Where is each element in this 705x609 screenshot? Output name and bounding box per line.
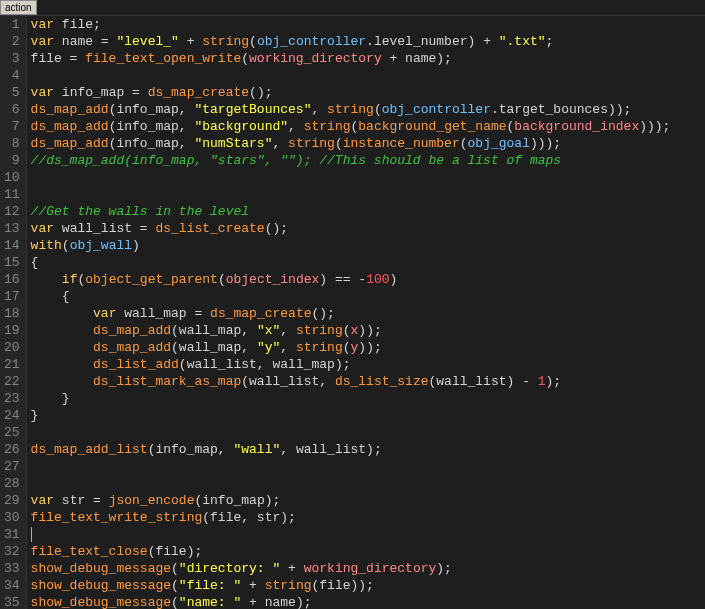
code-token: string xyxy=(265,578,312,593)
code-line[interactable]: ds_list_mark_as_map(wall_list, ds_list_s… xyxy=(31,373,701,390)
code-line[interactable]: var name = "level_" + string(obj_control… xyxy=(31,33,701,50)
line-number: 9 xyxy=(4,152,20,169)
code-line[interactable] xyxy=(31,424,701,441)
line-number: 7 xyxy=(4,118,20,135)
line-number: 3 xyxy=(4,50,20,67)
code-line[interactable]: var str = json_encode(info_map); xyxy=(31,492,701,509)
code-token: (file); xyxy=(148,544,203,559)
line-number: 26 xyxy=(4,441,20,458)
code-line[interactable]: file_text_write_string(file, str); xyxy=(31,509,701,526)
code-line[interactable]: var file; xyxy=(31,16,701,33)
code-line[interactable] xyxy=(31,169,701,186)
code-token: + xyxy=(179,34,202,49)
line-number: 1 xyxy=(4,16,20,33)
line-number: 10 xyxy=(4,169,20,186)
code-token: .target_bounces)); xyxy=(491,102,631,117)
code-token: ( xyxy=(218,272,226,287)
code-line[interactable]: show_debug_message("file: " + string(fil… xyxy=(31,577,701,594)
code-line[interactable]: var wall_list = ds_list_create(); xyxy=(31,220,701,237)
line-number: 2 xyxy=(4,33,20,50)
code-line[interactable]: { xyxy=(31,288,701,305)
code-area[interactable]: var file;var name = "level_" + string(ob… xyxy=(27,16,705,609)
line-number: 22 xyxy=(4,373,20,390)
code-line[interactable]: file_text_close(file); xyxy=(31,543,701,560)
code-line[interactable]: with(obj_wall) xyxy=(31,237,701,254)
code-token: "name: " xyxy=(179,595,241,609)
line-number: 27 xyxy=(4,458,20,475)
code-token xyxy=(31,340,93,355)
code-token: ( xyxy=(171,561,179,576)
code-editor[interactable]: 1234567891011121314151617181920212223242… xyxy=(0,15,705,609)
code-token: object_index xyxy=(226,272,320,287)
line-number: 17 xyxy=(4,288,20,305)
code-token: ; xyxy=(546,34,554,49)
line-number: 6 xyxy=(4,101,20,118)
code-line[interactable]: ds_list_add(wall_list, wall_map); xyxy=(31,356,701,373)
code-token: background_get_name xyxy=(358,119,506,134)
code-token: obj_goal xyxy=(468,136,530,151)
code-line[interactable]: ds_map_add(wall_map, "y", string(y)); xyxy=(31,339,701,356)
code-line[interactable]: if(object_get_parent(object_index) == -1… xyxy=(31,271,701,288)
code-line[interactable]: show_debug_message("directory: " + worki… xyxy=(31,560,701,577)
code-line[interactable] xyxy=(31,475,701,492)
code-line[interactable]: ds_map_add(wall_map, "x", string(x)); xyxy=(31,322,701,339)
code-token: ) == - xyxy=(319,272,366,287)
code-token: show_debug_message xyxy=(31,561,171,576)
code-token: show_debug_message xyxy=(31,578,171,593)
line-number: 20 xyxy=(4,339,20,356)
code-token: ( xyxy=(343,323,351,338)
code-token: obj_controller xyxy=(257,34,366,49)
line-number-gutter: 1234567891011121314151617181920212223242… xyxy=(0,16,27,609)
code-token: ))); xyxy=(639,119,670,134)
code-token: string xyxy=(296,323,343,338)
code-token: (wall_list, xyxy=(241,374,335,389)
code-line[interactable]: var info_map = ds_map_create(); xyxy=(31,84,701,101)
code-token: (wall_map, xyxy=(171,340,257,355)
code-token: name = xyxy=(62,34,117,49)
code-token: (info_map); xyxy=(194,493,280,508)
code-line[interactable]: } xyxy=(31,390,701,407)
line-number: 18 xyxy=(4,305,20,322)
code-token: ds_map_create xyxy=(210,306,311,321)
code-line[interactable]: file = file_text_open_write(working_dire… xyxy=(31,50,701,67)
code-token: string xyxy=(288,136,335,151)
code-token: ( xyxy=(374,102,382,117)
code-line[interactable]: show_debug_message("name: " + name); xyxy=(31,594,701,609)
text-caret xyxy=(31,527,32,542)
code-token xyxy=(31,323,93,338)
code-line[interactable]: ds_map_add(info_map, "targetBounces", st… xyxy=(31,101,701,118)
code-line[interactable]: //ds_map_add(info_map, "stars", ""); //T… xyxy=(31,152,701,169)
code-token: ".txt" xyxy=(499,34,546,49)
code-token: if xyxy=(62,272,78,287)
code-line[interactable] xyxy=(31,186,701,203)
code-token: ( xyxy=(335,136,343,151)
code-token: "directory: " xyxy=(179,561,280,576)
code-line[interactable]: ds_map_add(info_map, "background", strin… xyxy=(31,118,701,135)
line-number: 21 xyxy=(4,356,20,373)
code-token: , wall_list); xyxy=(280,442,381,457)
code-token: "numStars" xyxy=(194,136,272,151)
code-token: ( xyxy=(62,238,70,253)
code-line[interactable]: { xyxy=(31,254,701,271)
code-line[interactable]: ds_map_add_list(info_map, "wall", wall_l… xyxy=(31,441,701,458)
code-line[interactable] xyxy=(31,67,701,84)
code-token: "x" xyxy=(257,323,280,338)
code-line[interactable] xyxy=(31,458,701,475)
code-line[interactable]: } xyxy=(31,407,701,424)
code-token: , xyxy=(280,323,296,338)
code-line[interactable]: //Get the walls in the level xyxy=(31,203,701,220)
code-line[interactable] xyxy=(31,526,701,543)
code-line[interactable]: var wall_map = ds_map_create(); xyxy=(31,305,701,322)
code-token: ds_map_add xyxy=(31,119,109,134)
code-token: ) xyxy=(390,272,398,287)
code-token: + xyxy=(241,578,264,593)
line-number: 11 xyxy=(4,186,20,203)
code-token: (info_map, xyxy=(109,102,195,117)
line-number: 30 xyxy=(4,509,20,526)
line-number: 24 xyxy=(4,407,20,424)
code-token: , xyxy=(272,136,288,151)
code-line[interactable]: ds_map_add(info_map, "numStars", string(… xyxy=(31,135,701,152)
code-token: info_map = xyxy=(62,85,148,100)
code-token: obj_controller xyxy=(382,102,491,117)
code-token: "level_" xyxy=(116,34,178,49)
